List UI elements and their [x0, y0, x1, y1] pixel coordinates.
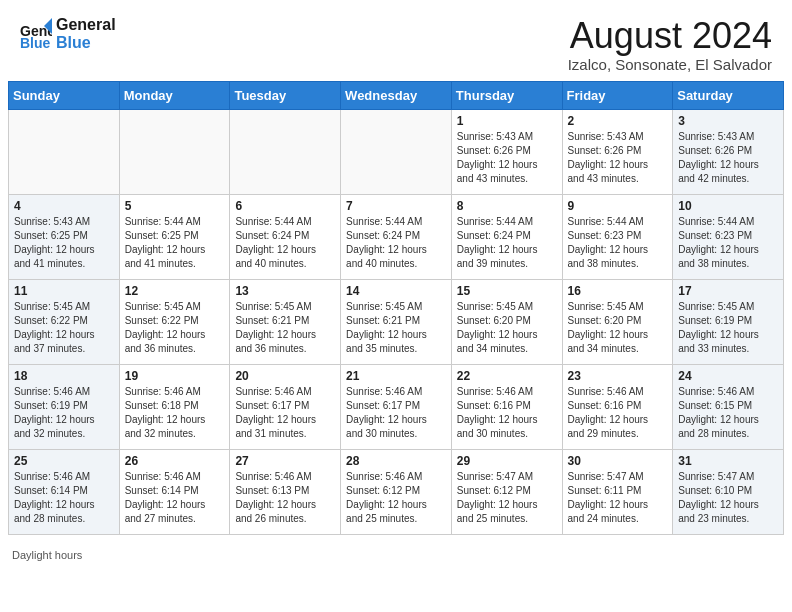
day-info: Sunrise: 5:45 AM Sunset: 6:20 PM Dayligh…	[457, 300, 557, 356]
day-number: 18	[14, 369, 114, 383]
day-number: 11	[14, 284, 114, 298]
calendar-cell: 13Sunrise: 5:45 AM Sunset: 6:21 PM Dayli…	[230, 279, 341, 364]
footer: Daylight hours	[0, 543, 792, 567]
calendar-cell: 5Sunrise: 5:44 AM Sunset: 6:25 PM Daylig…	[119, 194, 230, 279]
calendar-cell	[119, 109, 230, 194]
day-info: Sunrise: 5:44 AM Sunset: 6:23 PM Dayligh…	[678, 215, 778, 271]
calendar-cell: 3Sunrise: 5:43 AM Sunset: 6:26 PM Daylig…	[673, 109, 784, 194]
calendar-cell: 6Sunrise: 5:44 AM Sunset: 6:24 PM Daylig…	[230, 194, 341, 279]
day-number: 31	[678, 454, 778, 468]
month-year: August 2024	[568, 16, 772, 56]
day-info: Sunrise: 5:45 AM Sunset: 6:21 PM Dayligh…	[235, 300, 335, 356]
calendar-cell: 18Sunrise: 5:46 AM Sunset: 6:19 PM Dayli…	[9, 364, 120, 449]
svg-text:Blue: Blue	[20, 35, 51, 50]
day-number: 16	[568, 284, 668, 298]
logo-icon: General Blue	[20, 18, 52, 50]
calendar-cell: 12Sunrise: 5:45 AM Sunset: 6:22 PM Dayli…	[119, 279, 230, 364]
day-number: 21	[346, 369, 446, 383]
day-info: Sunrise: 5:46 AM Sunset: 6:15 PM Dayligh…	[678, 385, 778, 441]
day-number: 14	[346, 284, 446, 298]
day-number: 24	[678, 369, 778, 383]
day-number: 7	[346, 199, 446, 213]
day-info: Sunrise: 5:45 AM Sunset: 6:19 PM Dayligh…	[678, 300, 778, 356]
day-number: 12	[125, 284, 225, 298]
logo-blue: Blue	[56, 34, 116, 52]
calendar-cell: 23Sunrise: 5:46 AM Sunset: 6:16 PM Dayli…	[562, 364, 673, 449]
day-number: 9	[568, 199, 668, 213]
day-info: Sunrise: 5:46 AM Sunset: 6:13 PM Dayligh…	[235, 470, 335, 526]
calendar-cell	[341, 109, 452, 194]
calendar-cell: 17Sunrise: 5:45 AM Sunset: 6:19 PM Dayli…	[673, 279, 784, 364]
day-number: 6	[235, 199, 335, 213]
calendar-cell: 11Sunrise: 5:45 AM Sunset: 6:22 PM Dayli…	[9, 279, 120, 364]
calendar-cell: 7Sunrise: 5:44 AM Sunset: 6:24 PM Daylig…	[341, 194, 452, 279]
calendar-cell: 19Sunrise: 5:46 AM Sunset: 6:18 PM Dayli…	[119, 364, 230, 449]
calendar-cell: 4Sunrise: 5:43 AM Sunset: 6:25 PM Daylig…	[9, 194, 120, 279]
day-number: 1	[457, 114, 557, 128]
day-info: Sunrise: 5:43 AM Sunset: 6:26 PM Dayligh…	[457, 130, 557, 186]
calendar-cell: 22Sunrise: 5:46 AM Sunset: 6:16 PM Dayli…	[451, 364, 562, 449]
calendar-wrap: SundayMondayTuesdayWednesdayThursdayFrid…	[0, 81, 792, 543]
header-tuesday: Tuesday	[230, 81, 341, 109]
day-info: Sunrise: 5:43 AM Sunset: 6:25 PM Dayligh…	[14, 215, 114, 271]
calendar-cell: 2Sunrise: 5:43 AM Sunset: 6:26 PM Daylig…	[562, 109, 673, 194]
page-header: General Blue General Blue August 2024 Iz…	[0, 0, 792, 81]
day-info: Sunrise: 5:46 AM Sunset: 6:17 PM Dayligh…	[346, 385, 446, 441]
calendar-header: SundayMondayTuesdayWednesdayThursdayFrid…	[9, 81, 784, 109]
calendar-cell: 15Sunrise: 5:45 AM Sunset: 6:20 PM Dayli…	[451, 279, 562, 364]
day-info: Sunrise: 5:44 AM Sunset: 6:24 PM Dayligh…	[346, 215, 446, 271]
day-info: Sunrise: 5:43 AM Sunset: 6:26 PM Dayligh…	[678, 130, 778, 186]
day-info: Sunrise: 5:47 AM Sunset: 6:11 PM Dayligh…	[568, 470, 668, 526]
day-number: 10	[678, 199, 778, 213]
header-monday: Monday	[119, 81, 230, 109]
calendar-cell: 24Sunrise: 5:46 AM Sunset: 6:15 PM Dayli…	[673, 364, 784, 449]
calendar-cell: 8Sunrise: 5:44 AM Sunset: 6:24 PM Daylig…	[451, 194, 562, 279]
header-friday: Friday	[562, 81, 673, 109]
header-sunday: Sunday	[9, 81, 120, 109]
week-row-4: 25Sunrise: 5:46 AM Sunset: 6:14 PM Dayli…	[9, 449, 784, 534]
day-number: 23	[568, 369, 668, 383]
calendar-table: SundayMondayTuesdayWednesdayThursdayFrid…	[8, 81, 784, 535]
day-info: Sunrise: 5:45 AM Sunset: 6:22 PM Dayligh…	[125, 300, 225, 356]
day-number: 15	[457, 284, 557, 298]
day-number: 8	[457, 199, 557, 213]
day-number: 26	[125, 454, 225, 468]
week-row-1: 4Sunrise: 5:43 AM Sunset: 6:25 PM Daylig…	[9, 194, 784, 279]
day-info: Sunrise: 5:45 AM Sunset: 6:22 PM Dayligh…	[14, 300, 114, 356]
calendar-cell	[230, 109, 341, 194]
day-info: Sunrise: 5:43 AM Sunset: 6:26 PM Dayligh…	[568, 130, 668, 186]
day-number: 25	[14, 454, 114, 468]
calendar-cell: 9Sunrise: 5:44 AM Sunset: 6:23 PM Daylig…	[562, 194, 673, 279]
day-number: 19	[125, 369, 225, 383]
day-number: 22	[457, 369, 557, 383]
calendar-cell: 25Sunrise: 5:46 AM Sunset: 6:14 PM Dayli…	[9, 449, 120, 534]
day-number: 30	[568, 454, 668, 468]
day-info: Sunrise: 5:46 AM Sunset: 6:19 PM Dayligh…	[14, 385, 114, 441]
calendar-cell: 10Sunrise: 5:44 AM Sunset: 6:23 PM Dayli…	[673, 194, 784, 279]
day-number: 17	[678, 284, 778, 298]
day-number: 20	[235, 369, 335, 383]
day-info: Sunrise: 5:44 AM Sunset: 6:24 PM Dayligh…	[235, 215, 335, 271]
day-info: Sunrise: 5:47 AM Sunset: 6:12 PM Dayligh…	[457, 470, 557, 526]
day-number: 5	[125, 199, 225, 213]
daylight-label: Daylight hours	[12, 549, 82, 561]
location: Izalco, Sonsonate, El Salvador	[568, 56, 772, 73]
day-number: 29	[457, 454, 557, 468]
calendar-cell: 29Sunrise: 5:47 AM Sunset: 6:12 PM Dayli…	[451, 449, 562, 534]
calendar-cell: 26Sunrise: 5:46 AM Sunset: 6:14 PM Dayli…	[119, 449, 230, 534]
calendar-cell: 20Sunrise: 5:46 AM Sunset: 6:17 PM Dayli…	[230, 364, 341, 449]
day-info: Sunrise: 5:47 AM Sunset: 6:10 PM Dayligh…	[678, 470, 778, 526]
day-info: Sunrise: 5:46 AM Sunset: 6:17 PM Dayligh…	[235, 385, 335, 441]
header-saturday: Saturday	[673, 81, 784, 109]
day-info: Sunrise: 5:45 AM Sunset: 6:21 PM Dayligh…	[346, 300, 446, 356]
week-row-0: 1Sunrise: 5:43 AM Sunset: 6:26 PM Daylig…	[9, 109, 784, 194]
calendar-cell: 1Sunrise: 5:43 AM Sunset: 6:26 PM Daylig…	[451, 109, 562, 194]
day-info: Sunrise: 5:44 AM Sunset: 6:24 PM Dayligh…	[457, 215, 557, 271]
week-row-2: 11Sunrise: 5:45 AM Sunset: 6:22 PM Dayli…	[9, 279, 784, 364]
title-area: August 2024 Izalco, Sonsonate, El Salvad…	[568, 16, 772, 73]
calendar-cell: 27Sunrise: 5:46 AM Sunset: 6:13 PM Dayli…	[230, 449, 341, 534]
day-number: 28	[346, 454, 446, 468]
day-info: Sunrise: 5:46 AM Sunset: 6:12 PM Dayligh…	[346, 470, 446, 526]
week-row-3: 18Sunrise: 5:46 AM Sunset: 6:19 PM Dayli…	[9, 364, 784, 449]
day-info: Sunrise: 5:46 AM Sunset: 6:16 PM Dayligh…	[568, 385, 668, 441]
